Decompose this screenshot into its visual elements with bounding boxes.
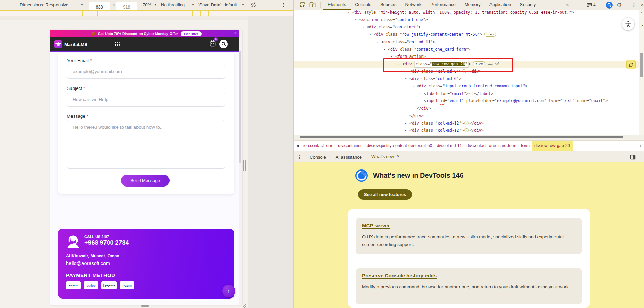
devtools-left-border[interactable]: [293, 0, 294, 308]
breadcrumb-scroll-left-icon[interactable]: ◀: [294, 141, 301, 151]
breadcrumb-scroll-right-icon[interactable]: ▶: [638, 141, 644, 151]
tab-elements[interactable]: Elements: [323, 0, 351, 10]
throttling-select[interactable]: No throttling: [161, 0, 185, 10]
breadcrumb-item[interactable]: form: [519, 141, 532, 151]
cart-icon[interactable]: 0: [209, 39, 216, 48]
rotate-icon[interactable]: [250, 2, 257, 9]
breadcrumb-item[interactable]: div.contact_one_card.form: [464, 141, 519, 151]
ellipsis-badge[interactable]: …: [462, 69, 466, 73]
expand-arrow-down-icon[interactable]: ▾: [362, 23, 364, 31]
phone-number[interactable]: +968 9700 2784: [84, 239, 129, 246]
tree-line[interactable]: ▾<div class="contact_one_card form">: [294, 46, 639, 53]
viewport-resize-handle-right[interactable]: [243, 160, 244, 171]
tree-line[interactable]: ▾<form action>: [294, 53, 639, 61]
media-query-bar[interactable]: [0, 10, 294, 16]
expand-arrow-right-icon[interactable]: ▸: [405, 68, 407, 76]
tree-line[interactable]: ▾<section class="contact_one">: [294, 16, 639, 24]
menu-icon[interactable]: [231, 40, 238, 48]
feature-link[interactable]: Preserve Console history edits: [362, 273, 437, 278]
ellipsis-badge[interactable]: …: [469, 92, 474, 95]
see-all-features-button[interactable]: See all new features: [358, 189, 412, 200]
breadcrumb-item[interactable]: div.col-md-11: [434, 141, 464, 151]
viewport-resize-handle-bottom[interactable]: [141, 305, 149, 306]
close-icon[interactable]: ✕: [641, 0, 644, 10]
drawer-tab-what-s-new[interactable]: What's new✕: [367, 151, 404, 163]
flex-badge[interactable]: flex: [473, 61, 485, 66]
scroll-to-top-button[interactable]: ↑: [222, 285, 235, 297]
tab-application[interactable]: Application: [485, 0, 516, 10]
drawer-tab-ai-assistance[interactable]: AI assistance: [331, 151, 367, 163]
feature-link[interactable]: MCP server: [362, 223, 390, 228]
expand-arrow-down-icon[interactable]: ▾: [348, 10, 350, 16]
vertical-scrollbar[interactable]: ▲: [639, 10, 644, 135]
get-offer-button[interactable]: Get Offer: [181, 31, 202, 36]
ai-assistance-icon[interactable]: [606, 1, 613, 10]
tree-line[interactable]: ▸<div class="col-md-12">…</div>: [294, 127, 639, 134]
accessibility-icon[interactable]: [622, 18, 634, 30]
expand-arrow-right-icon[interactable]: ▸: [405, 127, 407, 134]
tree-line[interactable]: </div>: [294, 112, 639, 120]
expand-arrow-down-icon[interactable]: ▾: [355, 16, 357, 24]
more-options-icon[interactable]: ⋮: [632, 0, 637, 10]
ellipsis-badge[interactable]: …: [464, 121, 469, 125]
ellipsis-badge[interactable]: …: [464, 128, 469, 132]
expand-arrow-down-icon[interactable]: ▾: [405, 75, 407, 83]
more-options-icon[interactable]: ⋮: [297, 151, 302, 163]
tab-sources[interactable]: Sources: [376, 0, 401, 10]
tree-line[interactable]: </div>: [294, 105, 639, 112]
issues-counter[interactable]: 4: [587, 0, 596, 10]
tab-console[interactable]: Console: [351, 0, 376, 10]
tree-line[interactable]: ▾<div class="input_group frontend_common…: [294, 83, 639, 90]
expand-arrow-right-icon[interactable]: ▸: [419, 90, 421, 98]
apps-grid-icon[interactable]: [115, 42, 120, 46]
expand-arrow-down-icon[interactable]: ▾: [376, 38, 378, 46]
expand-arrow-down-icon[interactable]: ▾: [412, 83, 414, 90]
more-tabs-button[interactable]: »: [566, 0, 569, 10]
gear-icon[interactable]: ⚙: [617, 0, 622, 10]
close-icon[interactable]: ✕: [397, 151, 400, 162]
tree-line[interactable]: ▾<div style="min-height: auto; width: 10…: [294, 10, 639, 16]
dock-panel-icon[interactable]: [630, 155, 636, 160]
message-field[interactable]: [67, 120, 225, 169]
expand-arrow-down-icon[interactable]: ▾: [369, 31, 371, 38]
tree-line[interactable]: ▾<div class="container">: [294, 23, 639, 31]
expand-arrow-down-icon[interactable]: ▾: [391, 53, 392, 61]
close-icon[interactable]: ✕: [234, 31, 237, 35]
tree-line[interactable]: ▸<div class="col-md-6">…</div>: [294, 68, 639, 76]
more-options-icon[interactable]: ⋮: [281, 0, 286, 10]
scroll-up-arrow[interactable]: ▲: [640, 11, 643, 13]
tab-security[interactable]: Security: [515, 0, 540, 10]
tab-memory[interactable]: Memory: [460, 0, 485, 10]
brand-logo[interactable]: MarifaLMS: [54, 40, 87, 49]
breadcrumb-item[interactable]: div.row.row-gap-20: [532, 141, 573, 151]
flex-badge[interactable]: flex: [484, 32, 496, 37]
chevron-right-icon[interactable]: ›: [640, 155, 641, 160]
vertical-scrollbar-thumb[interactable]: [640, 53, 643, 77]
inspect-icon[interactable]: [299, 2, 306, 10]
dimensions-select[interactable]: Dimensions: Responsive: [20, 0, 68, 10]
expand-arrow-down-icon[interactable]: ▾: [398, 61, 400, 68]
breadcrumb-item[interactable]: ion.contact_one: [301, 141, 336, 151]
viewport-resize-handle-bottom[interactable]: [141, 306, 149, 307]
tab-network[interactable]: Network: [401, 0, 426, 10]
horizontal-scrollbar-thumb[interactable]: [300, 136, 623, 138]
expand-arrow-right-icon[interactable]: ▸: [405, 120, 407, 127]
save-data-select[interactable]: 'Save-Data': default: [198, 0, 237, 10]
device-toolbar-icon[interactable]: [309, 2, 316, 10]
viewport-resize-handle-right[interactable]: [245, 160, 246, 171]
search-icon[interactable]: [219, 40, 228, 48]
tree-line[interactable]: ▾<div class="row justify-content-center …: [294, 31, 639, 38]
scroll-into-view-badge[interactable]: [626, 60, 636, 69]
tab-performance[interactable]: Performance: [426, 0, 460, 10]
horizontal-scrollbar[interactable]: [294, 135, 644, 139]
zoom-select[interactable]: 70%: [143, 0, 151, 10]
tree-line[interactable]: ▸<div class="col-md-12">…</div>: [294, 120, 639, 127]
expand-arrow-down-icon[interactable]: ▾: [384, 46, 385, 53]
page-scrollbar-thumb[interactable]: [239, 51, 241, 163]
email-field[interactable]: [67, 65, 225, 79]
subject-field[interactable]: [67, 93, 225, 107]
viewport-resize-handle-corner[interactable]: [242, 303, 247, 308]
elements-tree[interactable]: ▾<div style="min-height: auto; width: 10…: [294, 10, 639, 135]
email-link[interactable]: hello@aorasoft.com: [66, 261, 110, 268]
breadcrumb-item[interactable]: div.row.justify-content-center.mt-50: [364, 141, 434, 151]
